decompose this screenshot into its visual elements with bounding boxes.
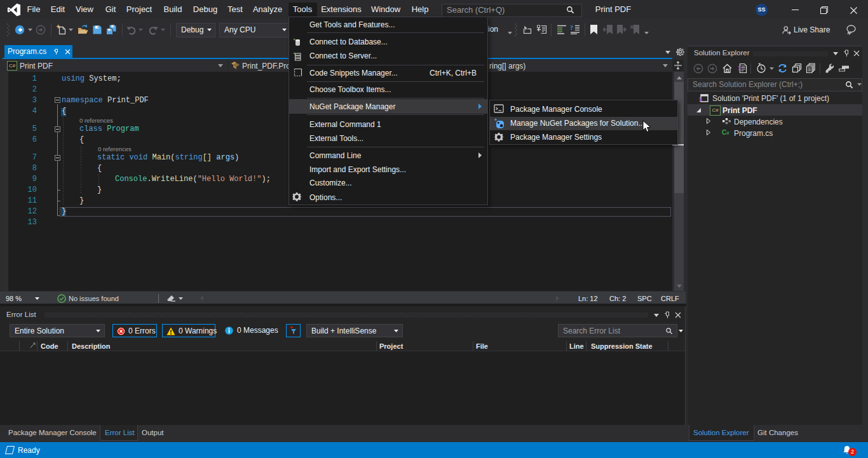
svg-text:?: ? (570, 25, 573, 31)
